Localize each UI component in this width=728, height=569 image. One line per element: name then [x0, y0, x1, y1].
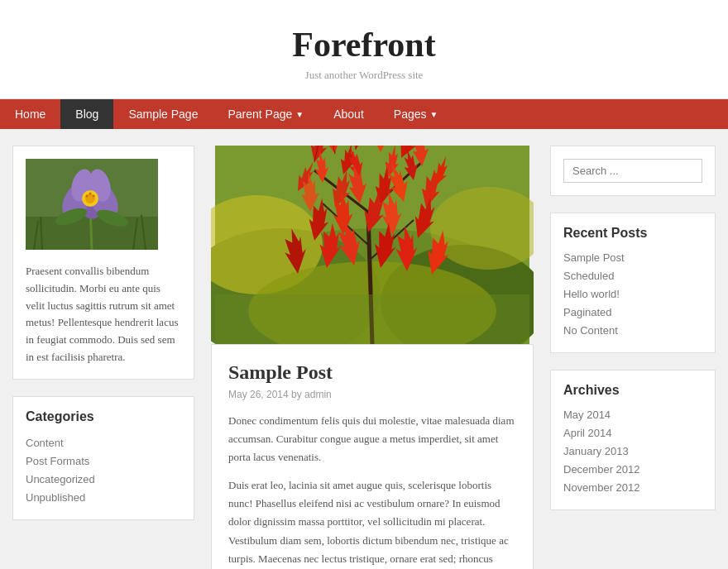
pages-dropdown-icon: ▼	[430, 110, 438, 119]
archives-widget: Archives May 2014 April 2014 January 201…	[550, 370, 716, 510]
category-list: Content Post Formats Uncategorized Unpub…	[26, 434, 181, 507]
search-widget	[550, 146, 716, 196]
search-input[interactable]	[563, 159, 702, 183]
category-content[interactable]: Content	[26, 437, 64, 449]
svg-rect-34	[215, 294, 529, 344]
svg-point-14	[86, 195, 89, 198]
recent-post-scheduled[interactable]: Scheduled	[563, 270, 614, 282]
list-item: Paginated	[563, 304, 702, 322]
category-post-formats[interactable]: Post Formats	[26, 455, 89, 467]
site-title: Forefront	[17, 25, 711, 65]
recent-post-no-content[interactable]: No Content	[563, 324, 618, 337]
list-item: January 2013	[563, 442, 702, 461]
post-paragraph-2: Duis erat leo, lacinia sit amet augue qu…	[228, 476, 516, 569]
category-uncategorized[interactable]: Uncategorized	[26, 473, 95, 485]
hero-image	[211, 146, 534, 344]
post-card: Sample Post May 26, 2014 by admin Donec …	[211, 344, 534, 569]
site-header: Forefront Just another WordPress site	[0, 0, 728, 99]
categories-title: Categories	[26, 409, 181, 424]
list-item: November 2012	[563, 479, 702, 497]
post-title: Sample Post	[228, 361, 516, 384]
post-author[interactable]: admin	[304, 389, 332, 400]
site-tagline: Just another WordPress site	[17, 69, 711, 82]
nav-about[interactable]: About	[318, 99, 379, 129]
archives-title: Archives	[563, 383, 702, 398]
post-paragraph-1: Donec condimentum felis quis dui molesti…	[228, 412, 516, 466]
svg-point-15	[93, 195, 95, 198]
main-content: Sample Post May 26, 2014 by admin Donec …	[211, 146, 534, 569]
page-container: Praesent convallis bibendum sollicitudin…	[0, 129, 728, 569]
right-sidebar: Recent Posts Sample Post Scheduled Hello…	[550, 146, 716, 569]
parent-page-dropdown-icon: ▼	[295, 110, 304, 119]
recent-post-paginated[interactable]: Paginated	[563, 306, 612, 318]
widget-image	[26, 159, 181, 253]
nav-pages[interactable]: Pages▼	[379, 99, 453, 129]
list-item: April 2014	[563, 424, 702, 442]
recent-posts-title: Recent Posts	[563, 226, 702, 241]
post-body: Donec condimentum felis quis dui molesti…	[228, 412, 516, 569]
nav-blog[interactable]: Blog	[60, 99, 113, 129]
archive-november-2012[interactable]: November 2012	[563, 481, 640, 494]
archive-april-2014[interactable]: April 2014	[563, 427, 612, 439]
list-item: No Content	[563, 322, 702, 340]
archive-may-2014[interactable]: May 2014	[563, 409, 611, 421]
nav-parent-page[interactable]: Parent Page▼	[213, 99, 318, 129]
maple-leaves-svg	[211, 146, 534, 344]
list-item: Sample Post	[563, 249, 702, 267]
list-item: Scheduled	[563, 267, 702, 285]
main-nav: Home Blog Sample Page Parent Page▼ About…	[0, 99, 728, 129]
archives-list: May 2014 April 2014 January 2013 Decembe…	[563, 406, 702, 497]
list-item: December 2012	[563, 461, 702, 479]
image-text-widget: Praesent convallis bibendum sollicitudin…	[12, 146, 194, 380]
archive-december-2012[interactable]: December 2012	[563, 463, 640, 476]
recent-posts-widget: Recent Posts Sample Post Scheduled Hello…	[550, 213, 716, 353]
widget-text: Praesent convallis bibendum sollicitudin…	[26, 263, 181, 366]
list-item: Post Formats	[26, 452, 181, 471]
nav-sample-page[interactable]: Sample Page	[113, 99, 213, 129]
recent-posts-list: Sample Post Scheduled Hello world! Pagin…	[563, 249, 702, 340]
recent-post-sample[interactable]: Sample Post	[563, 251, 625, 264]
category-unpublished[interactable]: Unpublished	[26, 491, 85, 504]
list-item: Content	[26, 434, 181, 452]
left-sidebar: Praesent convallis bibendum sollicitudin…	[12, 146, 194, 569]
archive-january-2013[interactable]: January 2013	[563, 445, 629, 457]
categories-widget: Categories Content Post Formats Uncatego…	[12, 396, 194, 520]
list-item: May 2014	[563, 406, 702, 424]
nav-home[interactable]: Home	[0, 99, 60, 129]
flower-svg	[26, 159, 158, 250]
recent-post-hello[interactable]: Hello world!	[563, 288, 620, 300]
list-item: Hello world!	[563, 285, 702, 304]
post-meta: May 26, 2014 by admin	[228, 389, 516, 400]
svg-point-16	[89, 193, 92, 195]
list-item: Uncategorized	[26, 471, 181, 489]
list-item: Unpublished	[26, 489, 181, 507]
